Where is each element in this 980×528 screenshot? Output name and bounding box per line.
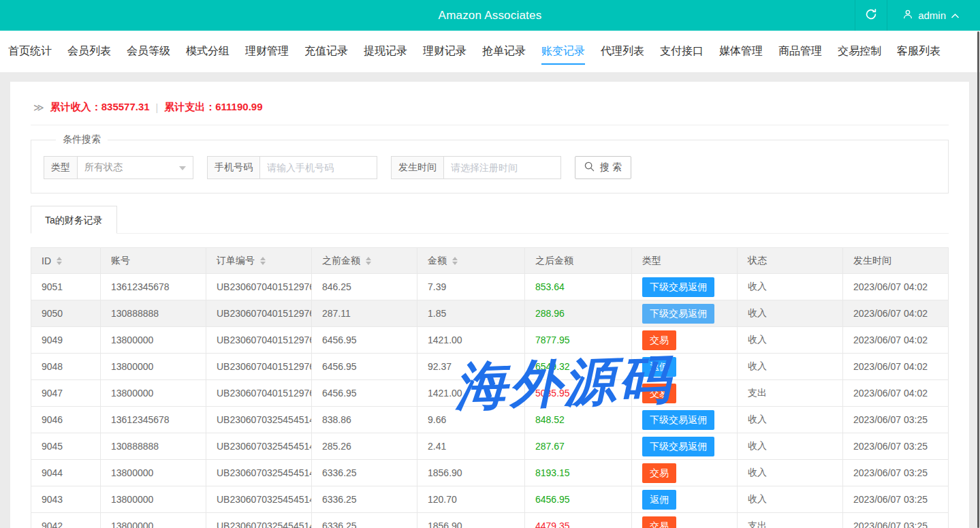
nav-item-2[interactable]: 会员列表	[67, 31, 111, 72]
column-header: 状态	[738, 248, 843, 274]
tab-financial-records[interactable]: Ta的财务记录	[31, 206, 117, 234]
cell-amount: 1421.00	[417, 380, 525, 407]
nav-item-12[interactable]: 支付接口	[660, 31, 704, 72]
cell-id: 9048	[31, 354, 101, 380]
cell-time: 2023/06/07 03:25	[843, 460, 949, 486]
cell-status: 收入	[738, 433, 843, 460]
cell-status: 收入	[738, 407, 843, 433]
search-icon	[584, 161, 595, 174]
sort-arrows-icon[interactable]	[366, 257, 371, 265]
user-menu[interactable]: admin	[887, 0, 975, 31]
main-nav: 首页统计会员列表会员等级模式分组理财管理充值记录提现记录理财记录抢单记录账变记录…	[0, 31, 980, 72]
table-row: 9045130888888UB2306070325454514285.262.4…	[31, 433, 949, 460]
column-label: 订单编号	[217, 255, 255, 267]
nav-item-14[interactable]: 商品管理	[778, 31, 822, 72]
cell-before-amount: 6336.25	[312, 460, 417, 486]
nav-item-8[interactable]: 理财记录	[423, 31, 467, 72]
cell-type-badge-value[interactable]: 下级交易返佣	[642, 277, 714, 297]
cell-type-badge: 下级交易返佣	[632, 433, 738, 460]
type-select[interactable]: 所有状态	[78, 156, 193, 179]
nav-item-5[interactable]: 理财管理	[245, 31, 289, 72]
cell-after-amount-value: 287.67	[535, 441, 565, 452]
column-header[interactable]: ID	[31, 248, 101, 274]
cell-type-badge-value[interactable]: 交易	[642, 330, 676, 350]
sort-arrows-icon[interactable]	[57, 257, 62, 265]
cell-time: 2023/06/07 03:25	[843, 513, 949, 528]
cell-type-badge-value[interactable]: 下级交易返佣	[642, 410, 714, 430]
nav-item-7[interactable]: 提现记录	[364, 31, 407, 72]
cell-id: 9042	[31, 513, 101, 528]
cell-type-badge: 交易	[632, 327, 738, 354]
cell-type-badge-value[interactable]: 下级交易返佣	[642, 437, 714, 456]
search-button-label: 搜 索	[600, 161, 622, 174]
time-input[interactable]	[444, 156, 561, 179]
type-filter-group: 类型 所有状态	[44, 156, 193, 179]
cell-account: 13612345678	[101, 274, 206, 300]
column-label: 发生时间	[853, 255, 891, 267]
nav-item-10[interactable]: 账变记录	[541, 31, 585, 72]
cell-after-amount-value: 6549.32	[535, 361, 570, 372]
cell-type-badge-value[interactable]: 交易	[642, 384, 676, 403]
app-title: Amazon Associates	[0, 9, 980, 22]
column-label: 状态	[748, 255, 767, 267]
top-header-bar: Amazon Associates admin	[0, 0, 980, 31]
sort-arrows-icon[interactable]	[452, 257, 458, 265]
cell-order-number: UB2306070325454514	[206, 433, 312, 460]
cell-amount: 1856.90	[417, 513, 525, 528]
search-button[interactable]: 搜 索	[575, 156, 631, 179]
table-row: 904713800000UB23060704015129766456.95142…	[31, 380, 949, 407]
table-row: 904813800000UB23060704015129766456.9592.…	[31, 354, 949, 380]
column-header: 发生时间	[843, 248, 949, 274]
column-header[interactable]: 订单编号	[206, 248, 312, 274]
cell-status: 收入	[738, 274, 843, 300]
cell-status: 支出	[738, 513, 843, 528]
nav-item-9[interactable]: 抢单记录	[482, 31, 526, 72]
column-label: 类型	[642, 255, 661, 267]
cell-account: 13800000	[101, 513, 206, 528]
cell-id: 9049	[31, 327, 101, 354]
nav-item-4[interactable]: 模式分组	[186, 31, 230, 72]
column-header: 之后金额	[525, 248, 632, 274]
tab-bar: Ta的财务记录	[31, 206, 949, 234]
nav-item-1[interactable]: 首页统计	[8, 31, 52, 72]
cell-before-amount: 6456.95	[312, 327, 417, 354]
cell-status: 收入	[738, 300, 843, 327]
sort-arrows-icon[interactable]	[260, 257, 266, 265]
vertical-scrollbar[interactable]	[977, 31, 979, 528]
cell-id: 9044	[31, 460, 101, 486]
nav-item-13[interactable]: 媒体管理	[719, 31, 763, 72]
column-label: 账号	[111, 255, 130, 267]
cell-type-badge-value[interactable]: 返佣	[642, 490, 676, 510]
refresh-button[interactable]	[855, 0, 887, 31]
cell-amount: 92.37	[417, 354, 525, 380]
cell-account: 130888888	[101, 300, 206, 327]
phone-input[interactable]	[260, 156, 377, 179]
cell-account: 13800000	[101, 327, 206, 354]
column-header[interactable]: 金额	[417, 248, 525, 274]
cell-status: 收入	[738, 354, 843, 380]
cell-after-amount: 6456.95	[525, 486, 632, 513]
cell-type-badge-value[interactable]: 返佣	[642, 357, 676, 377]
table-row: 904213800000UB23060703254545146336.25185…	[31, 513, 949, 528]
cell-status: 收入	[738, 460, 843, 486]
nav-item-15[interactable]: 交易控制	[838, 31, 881, 72]
column-header[interactable]: 之前金额	[312, 248, 417, 274]
cell-time: 2023/06/07 03:25	[843, 407, 949, 433]
cell-type-badge-value[interactable]: 下级交易返佣	[642, 304, 714, 324]
cell-type-badge: 返佣	[632, 354, 738, 380]
nav-item-16[interactable]: 客服列表	[897, 31, 941, 72]
cell-time: 2023/06/07 03:25	[843, 433, 949, 460]
column-label: 金额	[428, 255, 447, 267]
nav-item-6[interactable]: 充值记录	[304, 31, 348, 72]
nav-item-11[interactable]: 代理列表	[601, 31, 644, 72]
header-controls: admin	[855, 0, 975, 31]
cell-amount: 1.85	[417, 300, 525, 327]
cell-type-badge-value[interactable]: 交易	[642, 463, 676, 483]
nav-item-3[interactable]: 会员等级	[127, 31, 170, 72]
cell-account: 130888888	[101, 433, 206, 460]
search-form-row: 类型 所有状态 手机号码 发生时间	[44, 156, 936, 179]
cell-time: 2023/06/07 03:25	[843, 486, 949, 513]
cell-type-badge-value[interactable]: 交易	[642, 516, 676, 528]
column-header: 账号	[101, 248, 206, 274]
cell-after-amount-value: 4479.35	[535, 521, 570, 528]
